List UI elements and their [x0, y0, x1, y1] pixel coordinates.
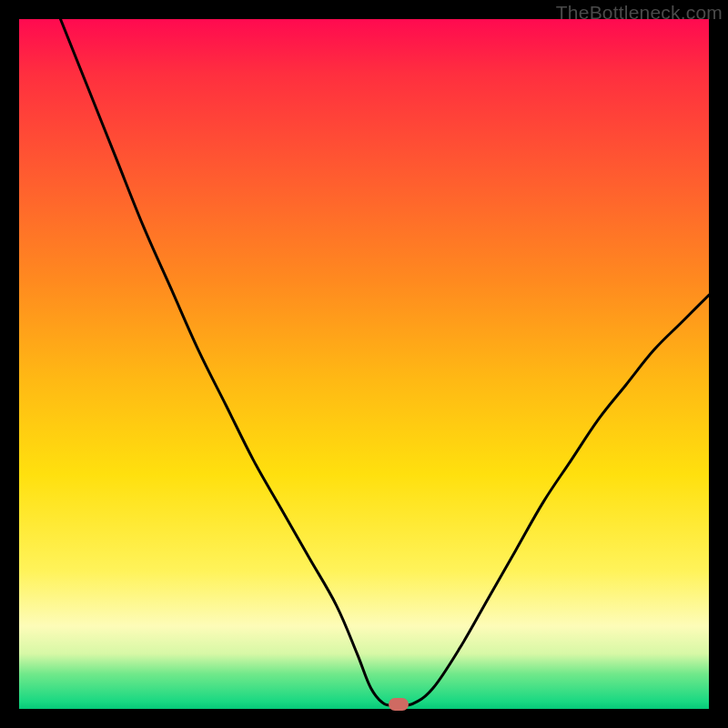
watermark-text: TheBottleneck.com: [556, 2, 723, 24]
plot-area: [19, 19, 709, 709]
bottleneck-curve: [19, 19, 709, 709]
minimum-marker: [389, 698, 409, 711]
chart-frame: TheBottleneck.com: [0, 0, 728, 728]
curve-line: [60, 19, 709, 705]
